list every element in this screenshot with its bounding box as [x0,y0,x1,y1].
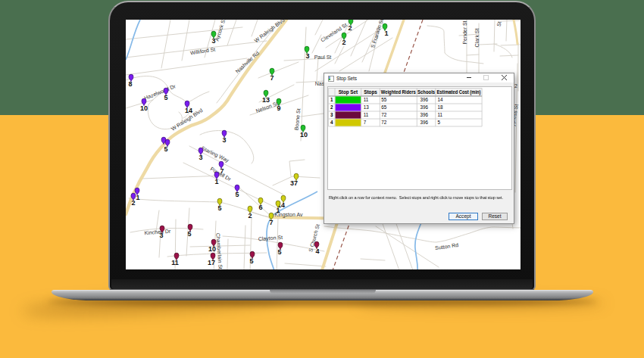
svg-text:7: 7 [220,167,224,175]
svg-text:6: 6 [258,204,262,211]
svg-text:396: 396 [420,97,429,102]
svg-text:396: 396 [420,104,429,110]
svg-text:5: 5 [164,145,167,153]
svg-text:Starling Way: Starling Way [200,145,230,164]
svg-text:5: 5 [187,230,191,238]
svg-text:396: 396 [420,112,429,117]
svg-text:3: 3 [199,154,202,161]
svg-text:8: 8 [128,80,132,88]
svg-text:5: 5 [249,257,253,265]
svg-text:2: 2 [330,104,333,110]
svg-text:2: 2 [348,24,352,32]
svg-text:3: 3 [222,136,226,144]
svg-text:7: 7 [269,219,273,226]
svg-text:3: 3 [159,232,163,239]
svg-text:Weighted Riders: Weighted Riders [381,89,416,95]
svg-text:4: 4 [330,120,333,125]
svg-text:Kinchen Dr: Kinchen Dr [144,229,171,235]
svg-text:Clark St: Clark St [474,29,480,48]
svg-text:9: 9 [277,104,280,112]
svg-text:4: 4 [315,247,319,255]
svg-text:Boone St: Boone St [294,108,302,130]
svg-text:1: 1 [136,194,139,201]
svg-text:Paul St: Paul St [314,54,332,60]
svg-text:2: 2 [131,199,135,207]
svg-text:St: St [496,21,502,27]
svg-text:3: 3 [330,112,333,117]
svg-text:5: 5 [217,204,221,212]
svg-text:Chamberlain St: Chamberlain St [215,233,223,269]
svg-text:Stop Set: Stop Set [339,89,358,95]
svg-text:Stops: Stops [364,89,377,95]
svg-text:10: 10 [208,245,216,253]
svg-text:396: 396 [420,120,429,125]
svg-text:14: 14 [185,107,192,114]
svg-text:2: 2 [514,83,517,89]
svg-text:Hazelwood Dr: Hazelwood Dr [143,83,177,101]
svg-text:13: 13 [262,96,270,104]
svg-text:Pender St: Pender St [462,20,467,44]
svg-text:10: 10 [140,104,148,112]
svg-text:18: 18 [438,104,444,110]
svg-text:1: 1 [276,207,280,214]
svg-text:72: 72 [381,112,387,117]
svg-text:5: 5 [164,94,167,101]
svg-text:11: 11 [171,259,179,266]
svg-text:72: 72 [381,120,387,125]
svg-text:11: 11 [364,97,369,102]
svg-text:11: 11 [364,112,369,117]
svg-text:2: 2 [342,39,345,46]
svg-text:14: 14 [438,97,444,102]
svg-text:11: 11 [438,112,443,117]
svg-text:3: 3 [305,52,309,60]
svg-text:2: 2 [248,212,252,219]
svg-text:1: 1 [384,30,388,37]
svg-text:Aycock St: Aycock St [214,20,227,42]
svg-text:37: 37 [290,179,298,187]
svg-text:7: 7 [270,74,274,82]
svg-text:5: 5 [235,191,239,198]
svg-text:Sutton Rd: Sutton Rd [435,242,459,251]
svg-text:13: 13 [364,104,370,110]
svg-text:1: 1 [214,178,218,185]
svg-text:7: 7 [364,120,367,125]
svg-text:10: 10 [300,131,308,139]
svg-text:55: 55 [381,97,387,102]
svg-text:17: 17 [208,259,215,266]
svg-text:1: 1 [330,97,333,102]
svg-text:5: 5 [277,248,281,256]
svg-text:Estimated Cost (min): Estimated Cost (min) [437,89,481,95]
svg-text:Schools: Schools [417,89,435,95]
svg-text:5: 5 [438,120,441,125]
svg-text:Williford St: Williford St [190,46,216,55]
svg-text:65: 65 [381,104,387,110]
svg-text:3: 3 [211,37,215,45]
